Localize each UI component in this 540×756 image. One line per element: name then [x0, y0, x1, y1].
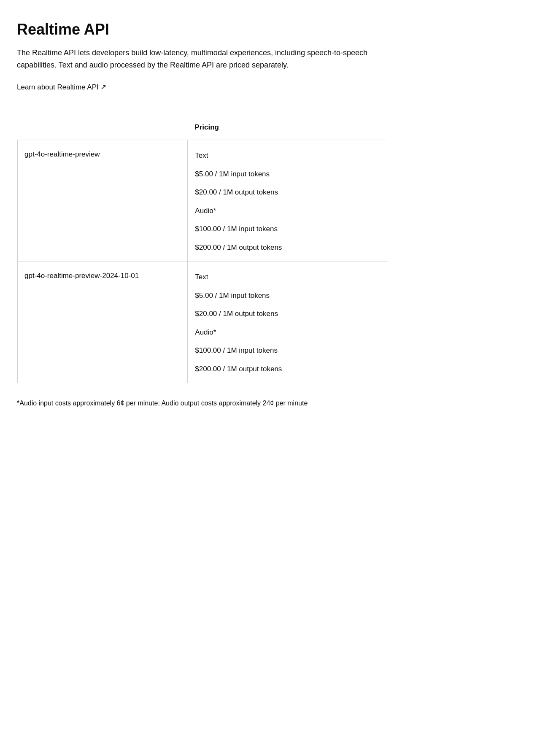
- column-header-pricing: Pricing: [188, 116, 388, 140]
- pricing-value: $100.00 / 1M input tokens: [195, 224, 381, 235]
- pricing-value: $200.00 / 1M output tokens: [195, 364, 381, 375]
- pricing-section-label: Text: [195, 150, 381, 161]
- model-name-cell: gpt-4o-realtime-preview: [17, 140, 188, 262]
- table-row: gpt-4o-realtime-preview-2024-10-01Text$5…: [17, 262, 388, 383]
- pricing-table: Pricing gpt-4o-realtime-previewText$5.00…: [17, 116, 388, 383]
- column-header-model: [17, 116, 188, 140]
- footnote: *Audio input costs approximately 6¢ per …: [17, 398, 380, 409]
- pricing-value: $20.00 / 1M output tokens: [195, 187, 381, 198]
- table-row: gpt-4o-realtime-previewText$5.00 / 1M in…: [17, 140, 388, 262]
- pricing-details-cell: Text$5.00 / 1M input tokens$20.00 / 1M o…: [188, 262, 388, 383]
- learn-link[interactable]: Learn about Realtime API ↗: [17, 81, 106, 93]
- pricing-value: $100.00 / 1M input tokens: [195, 345, 381, 356]
- pricing-value: $5.00 / 1M input tokens: [195, 290, 381, 301]
- pricing-value: $200.00 / 1M output tokens: [195, 242, 381, 253]
- pricing-value: $5.00 / 1M input tokens: [195, 169, 381, 180]
- page-description: The Realtime API lets developers build l…: [17, 47, 380, 71]
- pricing-section-label: Audio*: [195, 327, 381, 338]
- model-name-cell: gpt-4o-realtime-preview-2024-10-01: [17, 262, 188, 383]
- pricing-section-label: Text: [195, 272, 381, 283]
- page-title: Realtime API: [17, 20, 388, 38]
- pricing-value: $20.00 / 1M output tokens: [195, 308, 381, 319]
- pricing-details-cell: Text$5.00 / 1M input tokens$20.00 / 1M o…: [188, 140, 388, 262]
- pricing-section-label: Audio*: [195, 205, 381, 216]
